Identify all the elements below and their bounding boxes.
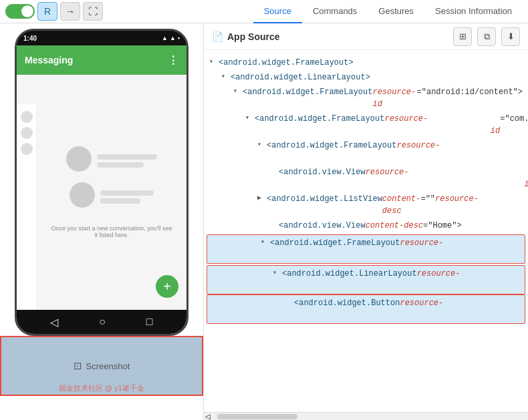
attr-val-4: ="com.android.launcher3:id/launcher"> [500, 113, 528, 125]
tab-session-information[interactable]: Session Information [424, 0, 523, 23]
toggle-switch[interactable] [5, 4, 35, 19]
avatar-placeholder [66, 146, 92, 172]
recents-nav-icon[interactable]: □ [146, 316, 153, 328]
arrow-7: ▶ [257, 193, 267, 203]
msg-line-1 [97, 154, 157, 160]
source-tree: ▾ <android.widget.FrameLayout> ▾ <androi… [204, 50, 528, 412]
arrow-11 [285, 297, 294, 307]
source-panel-header: 📄 App Source ⊞ ⧉ ⬇ [204, 23, 528, 50]
tree-line-3[interactable]: ▾ <android.widget.FrameLayout resource-i… [204, 85, 528, 112]
msg-row-1 [66, 146, 157, 176]
tree-line-5[interactable]: ▾ <android.widget.FrameLayout resource- … [204, 138, 528, 165]
phone-panel: 1:40 ▲ ▲ ▪ Messaging ⋮ [0, 23, 204, 420]
app-name-label: Messaging [25, 55, 73, 65]
home-nav-icon[interactable]: ○ [99, 316, 106, 328]
source-action-btn-2[interactable]: ⧉ [477, 27, 496, 46]
expand-icon: ⛶ [88, 6, 98, 17]
tree-line-1[interactable]: ▾ <android.widget.FrameLayout> [204, 55, 528, 70]
sidebar-dot-2 [21, 127, 33, 139]
arrow-2: ▾ [221, 71, 231, 81]
tag-7: <android.widget.ListView [267, 193, 382, 205]
messaging-header: Messaging ⋮ [17, 45, 186, 75]
arrow-5: ▾ [257, 140, 267, 150]
tree-line-11[interactable]: <android.widget.Button resource- id="com… [207, 294, 525, 324]
attr-eq-7: ="" [420, 193, 435, 205]
attr-name-5: resource- id [396, 140, 528, 164]
phone-status-icons: ▲ ▲ ▪ [162, 35, 180, 41]
msg-line-3 [100, 190, 154, 196]
fab-button[interactable]: + [156, 275, 178, 298]
tree-line-4[interactable]: ▾ <android.widget.FrameLayout resource- … [204, 112, 528, 138]
source-action-btn-3[interactable]: ⬇ [501, 27, 520, 46]
tag-10: <android.widget.LinearLayout [282, 268, 417, 280]
back-nav-icon[interactable]: ◁ [50, 316, 58, 329]
arrow-9: ▾ [261, 237, 270, 247]
tag-2: <android.widget.LinearLayout> [231, 71, 370, 83]
tree-line-7[interactable]: ▶ <android.widget.ListView content-desc=… [204, 192, 528, 218]
msg-lines-2 [100, 190, 154, 204]
sidebar-dot-3 [21, 143, 33, 155]
messaging-content: Once you start a new conversation, you'l… [37, 75, 186, 310]
tree-line-9[interactable]: ▾ <android.widget.FrameLayout resource- … [207, 234, 525, 264]
attr-name-11: resource- id [400, 297, 528, 321]
tag-11: <android.widget.Button [294, 297, 400, 309]
wifi-icon: ▲ [162, 35, 168, 41]
download-action-icon: ⬇ [507, 31, 515, 41]
arrow-6 [269, 166, 279, 176]
scroll-left-icon[interactable]: ◁ [205, 413, 211, 420]
tag-4: <android.widget.FrameLayout [255, 113, 384, 125]
menu-dots-icon[interactable]: ⋮ [168, 54, 178, 67]
sidebar-dot-1 [21, 111, 33, 123]
screenshot-label: Screenshot [86, 361, 130, 371]
attr-name-4: resource- id [384, 113, 500, 137]
tab-gestures[interactable]: Gestures [368, 0, 424, 23]
msg-lines [97, 154, 157, 168]
watermark-text: 掘金技术社区 @ y1诸千金 [59, 383, 144, 393]
r-tool-button[interactable]: R [37, 2, 57, 21]
expand-tool-button[interactable]: ⛶ [83, 2, 103, 21]
attr-name-10: resource- id [417, 268, 528, 292]
signal-icon: ▲ [170, 35, 176, 41]
attr-name-3: resource-id [372, 86, 416, 110]
attr-name-6: resource- id [366, 166, 528, 190]
attr-name-9: resource- id [400, 237, 528, 261]
tab-commands[interactable]: Commands [302, 0, 368, 23]
tree-line-8[interactable]: <android.view.View content-desc="Home"> [204, 218, 528, 233]
attr-name-7: content-desc [382, 193, 421, 217]
tree-line-6[interactable]: <android.view.View resource- id="com.and… [204, 165, 528, 192]
attr-val-8: ="Home"> [423, 220, 462, 232]
arrow-10: ▾ [273, 268, 282, 278]
attr-eq-3: ="android:id/content"> [417, 86, 523, 98]
arrow-8 [269, 220, 279, 230]
screenshot-icon: ⊡ [74, 360, 82, 372]
tree-line-10[interactable]: ▾ <android.widget.LinearLayout resource-… [207, 265, 525, 294]
toggle-knob [21, 5, 33, 17]
arrow-tool-button[interactable]: → [60, 2, 80, 21]
messaging-sidebar [17, 104, 37, 310]
document-icon: 📄 [212, 31, 223, 42]
source-panel-title: 📄 App Source [212, 31, 448, 42]
arrow-1: ▾ [209, 57, 219, 67]
tab-source[interactable]: Source [253, 0, 302, 23]
phone-frame: 1:40 ▲ ▲ ▪ Messaging ⋮ [15, 29, 188, 336]
tab-navigation: Source Commands Gestures Session Informa… [253, 0, 523, 23]
source-title-text: App Source [227, 31, 280, 42]
msg-line-2 [97, 162, 144, 168]
arrow-4: ▾ [245, 113, 255, 123]
arrow-icon: → [65, 6, 75, 17]
plus-icon: + [163, 279, 171, 294]
avatar-placeholder-2 [70, 182, 95, 208]
expand-action-icon: ⊞ [459, 31, 467, 41]
toolbar: R → ⛶ Source Commands Gestures Session I… [0, 0, 528, 23]
tree-line-2[interactable]: ▾ <android.widget.LinearLayout> [204, 70, 528, 85]
phone-time: 1:40 [23, 35, 37, 42]
scrollbar-track [217, 414, 297, 419]
r-icon: R [44, 6, 51, 17]
msg-line-4 [100, 198, 140, 204]
source-panel: 📄 App Source ⊞ ⧉ ⬇ ▾ <android.widget.Fra… [204, 23, 528, 420]
horizontal-scrollbar[interactable]: ◁ [204, 412, 528, 420]
copy-action-icon: ⧉ [484, 31, 490, 42]
phone-bottom-nav: ◁ ○ □ [17, 310, 186, 334]
phone-screen: Messaging ⋮ [17, 45, 186, 334]
source-action-btn-1[interactable]: ⊞ [453, 27, 472, 46]
